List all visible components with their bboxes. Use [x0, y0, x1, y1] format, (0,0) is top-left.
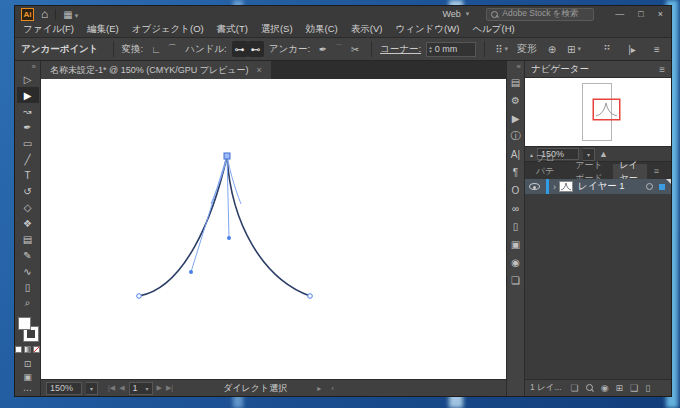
actions-icon[interactable]: ⚙	[507, 91, 524, 109]
constrain-proportions-icon[interactable]: ⊕	[544, 41, 560, 57]
eraser-tool[interactable]: ◇	[17, 199, 39, 215]
anchor-point[interactable]	[137, 294, 142, 299]
type-tool[interactable]: T	[17, 167, 39, 183]
opentype-panel-icon[interactable]: O	[507, 181, 524, 199]
artboard-tool[interactable]: ▯	[17, 279, 39, 295]
anchor-point[interactable]	[308, 294, 313, 299]
show-handles-icon[interactable]: ⊶	[232, 41, 248, 57]
previous-artboard-icon[interactable]: ◀	[119, 384, 124, 392]
visibility-eye-icon[interactable]	[529, 183, 540, 190]
remove-anchor-pen-icon[interactable]: ✒	[315, 41, 331, 57]
layer-row[interactable]: › レイヤー 1	[525, 179, 671, 194]
tent-path[interactable]	[139, 156, 310, 296]
adobe-stock-search-input[interactable]: Adobe Stock を検索	[486, 8, 594, 21]
artboard-canvas[interactable]	[41, 79, 506, 379]
document-tab[interactable]: 名称未設定-1* @ 150% (CMYK/GPU プレビュー) ×	[41, 61, 271, 79]
rectangle-tool[interactable]: ▭	[17, 135, 39, 151]
panel-menu-icon[interactable]: ≡	[659, 64, 665, 75]
handle-end-point[interactable]	[189, 270, 193, 274]
trash-icon[interactable]: ▯	[645, 383, 650, 393]
color-mode-button[interactable]	[15, 346, 22, 353]
artboards-panel-icon[interactable]: ▯	[507, 217, 524, 235]
maximize-button[interactable]: □	[638, 9, 643, 19]
gradient-mode-button[interactable]	[24, 346, 31, 353]
stepper-down-icon[interactable]: ▾	[429, 49, 432, 53]
selection-tool[interactable]: ▷	[17, 71, 39, 87]
minimize-button[interactable]: —	[615, 9, 624, 19]
gradient-tool[interactable]: ▤	[17, 231, 39, 247]
toolbar-expand-icon[interactable]: »	[32, 61, 40, 71]
selection-indicator-square[interactable]	[659, 184, 665, 190]
fill-swatch[interactable]	[18, 317, 31, 330]
menu-item[interactable]: ヘルプ(H)	[472, 23, 514, 36]
cut-path-icon[interactable]: ✂	[347, 41, 363, 57]
align-options-button[interactable]: ⠿▾	[493, 41, 510, 57]
lasso-tool[interactable]: ↝	[17, 103, 39, 119]
corner-link[interactable]: コーナー:	[380, 43, 421, 56]
home-icon[interactable]: ⌂	[41, 9, 48, 19]
line-segment-tool[interactable]: ╱	[17, 151, 39, 167]
export-for-screens-button[interactable]: ⊞▾	[565, 41, 583, 57]
rotate-tool[interactable]: ↺	[17, 183, 39, 199]
transform-button[interactable]: 変形	[515, 41, 539, 57]
hide-handles-icon[interactable]: ⊷	[248, 41, 264, 57]
shape-builder-tool[interactable]: ❖	[17, 215, 39, 231]
expand-chevron-icon[interactable]: ›	[553, 182, 556, 192]
new-layer-icon[interactable]: ❑	[630, 383, 638, 393]
vector-path-drawing[interactable]	[41, 79, 506, 380]
menu-item[interactable]: オブジェクト(O)	[132, 23, 204, 36]
zoom-in-icon[interactable]: ▲	[599, 149, 608, 159]
dock-expand-icon[interactable]: «	[517, 61, 524, 73]
more-tools-button[interactable]: ⋯	[23, 383, 32, 396]
convert-to-smooth-icon[interactable]: ⌒	[164, 41, 180, 57]
artboard-number-field[interactable]: 1 ▾	[129, 382, 153, 395]
close-button[interactable]: ×	[658, 9, 663, 19]
corner-radius-value[interactable]: 0 mm	[435, 44, 458, 54]
zoom-out-icon[interactable]: ▴	[530, 151, 533, 158]
fill-stroke-swatches[interactable]	[18, 317, 38, 341]
pencil-tool[interactable]: ✎	[17, 247, 39, 263]
make-clipping-mask-icon[interactable]: ◉	[601, 383, 609, 393]
new-sublayer-icon[interactable]: ⊞	[616, 383, 624, 393]
blend-tool[interactable]: ∿	[17, 263, 39, 279]
status-splitter-left-icon[interactable]: ‹	[331, 384, 334, 393]
select-similar-icon[interactable]: ⠛	[599, 41, 615, 57]
tab-close-icon[interactable]: ×	[257, 65, 262, 75]
direction-handle-line[interactable]	[191, 156, 227, 272]
shape-options-icon[interactable]: |▸	[624, 41, 640, 57]
locate-object-icon[interactable]	[586, 384, 594, 392]
menu-item[interactable]: 表示(V)	[351, 23, 383, 36]
tab-properties[interactable]: プロパティ	[529, 164, 568, 179]
menu-item[interactable]: 効果(C)	[306, 23, 338, 36]
direct-selection-tool[interactable]: ▶	[17, 87, 39, 103]
character-panel-icon[interactable]: A|	[507, 145, 524, 163]
panel-menu-icon[interactable]: ≡	[647, 163, 666, 178]
libraries-icon[interactable]: ▤	[507, 73, 524, 91]
symbols-panel-icon[interactable]: ▣	[507, 235, 524, 253]
menu-item[interactable]: ファイル(F)	[23, 23, 74, 36]
menu-item[interactable]: 編集(E)	[87, 23, 119, 36]
layer-thumbnail[interactable]	[559, 181, 573, 192]
status-splitter-right-icon[interactable]: ▸	[317, 384, 321, 393]
menu-item[interactable]: ウィンドウ(W)	[395, 23, 459, 36]
navigator-view-rectangle[interactable]	[593, 99, 620, 120]
target-circle-icon[interactable]	[646, 183, 653, 190]
convert-to-corner-icon[interactable]: ∟	[148, 41, 164, 57]
workspace-switcher[interactable]: Web ▾	[442, 9, 469, 19]
links-panel-icon[interactable]: ∞	[507, 199, 524, 217]
menu-item[interactable]: 書式(T)	[217, 23, 248, 36]
none-mode-button[interactable]	[33, 346, 40, 353]
brushes-panel-icon[interactable]: ◉	[507, 253, 524, 271]
first-artboard-icon[interactable]: |◀	[108, 384, 115, 392]
handle-end-point[interactable]	[227, 236, 231, 240]
zoom-level-field[interactable]: 150%	[46, 382, 82, 395]
menu-item[interactable]: 選択(S)	[261, 23, 293, 36]
pen-tool[interactable]: ✒	[17, 119, 39, 135]
zoom-tool[interactable]: ⌕	[17, 295, 39, 311]
arrange-documents-icon[interactable]: ▦▾	[63, 9, 78, 20]
play-actions-icon[interactable]: ▶	[507, 109, 524, 127]
document-info-icon[interactable]: ⓘ	[507, 127, 524, 145]
tab-layers[interactable]: レイヤー	[613, 164, 647, 179]
next-artboard-icon[interactable]: ▶	[157, 384, 162, 392]
zoom-dropdown-icon[interactable]: ▾	[86, 382, 98, 395]
